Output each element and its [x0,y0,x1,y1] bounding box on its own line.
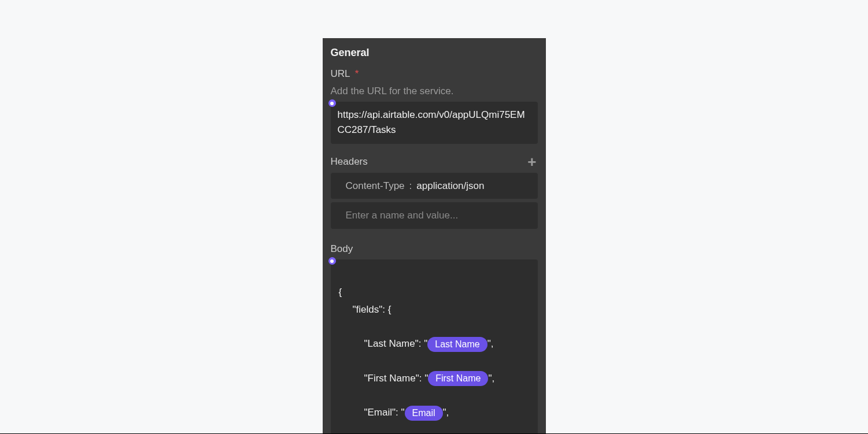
variable-pill-email[interactable]: Email [405,406,443,421]
variable-indicator-icon [328,99,336,107]
plus-icon: + [527,153,536,170]
body-label: Body [331,242,538,257]
headers-label: Headers [331,154,368,169]
url-input-wrap: https://api.airtable.com/v0/appULQmi75EM… [331,102,538,144]
url-label-text: URL [331,68,350,79]
body-line: "First Name": "First Name", [339,370,530,387]
body-input-wrap: { "fields": { "Last Name": "Last Name", … [331,259,538,434]
headers-section-row: Headers + [331,154,538,169]
body-line: "Email": "Email", [339,404,530,421]
add-header-button[interactable]: + [526,154,537,169]
header-value: application/json [416,179,484,194]
body-text: ", [443,407,449,418]
panel-title: General [331,45,538,61]
required-asterisk: * [355,68,359,79]
general-panel: General URL * Add the URL for the servic… [323,38,546,434]
body-text: ", [487,338,494,349]
body-input[interactable]: { "fields": { "Last Name": "Last Name", … [331,259,538,434]
header-row[interactable]: Content-Type : application/json [331,173,538,199]
header-separator: : [409,179,412,194]
body-line: "fields": { [339,301,530,318]
url-input[interactable]: https://api.airtable.com/v0/appULQmi75EM… [331,102,538,144]
body-line: { [339,287,342,298]
url-label: URL * [331,66,538,81]
url-help-text: Add the URL for the service. [331,84,538,99]
header-name: Content-Type [346,179,405,194]
body-text: "First Name": " [364,373,429,384]
body-line: "Last Name": "Last Name", [339,335,530,353]
variable-pill-last-name[interactable]: Last Name [427,337,487,352]
variable-indicator-icon [328,257,336,265]
header-placeholder-input[interactable]: Enter a name and value... [331,202,538,229]
variable-pill-first-name[interactable]: First Name [428,371,488,386]
body-text: "Last Name": " [364,338,428,349]
body-text: "Email": " [364,407,405,418]
body-text: ", [488,373,494,384]
